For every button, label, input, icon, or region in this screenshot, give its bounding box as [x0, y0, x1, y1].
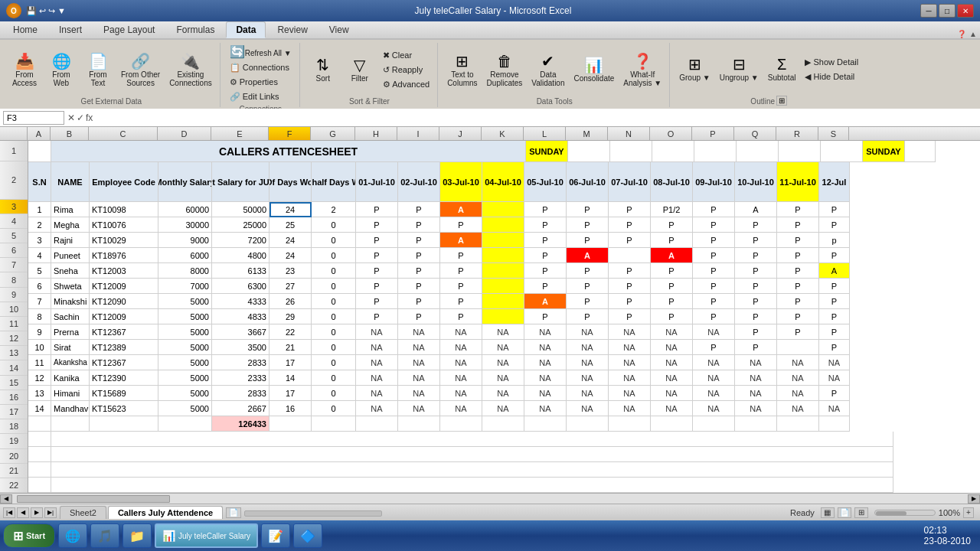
cell-days-13[interactable]: 17 [270, 355, 312, 370]
cell-d7-7[interactable]: P [609, 263, 651, 279]
cell-monthly-6[interactable]: 6000 [158, 248, 212, 263]
cell-d11-10[interactable]: P [777, 309, 819, 324]
clear-button[interactable]: ✖ Clear [380, 49, 433, 62]
cell-sn-4[interactable]: 2 [28, 217, 51, 233]
cell-days-6[interactable]: 24 [270, 248, 312, 263]
col-header-R[interactable]: R [776, 127, 818, 140]
cell-d7-14[interactable]: NA [609, 370, 651, 386]
cell-d6-10[interactable]: P [567, 309, 609, 324]
cell-name-8[interactable]: Shweta [51, 279, 90, 294]
from-web-button[interactable]: 🌐 FromWeb [44, 52, 78, 89]
zoom-slider[interactable] [874, 510, 936, 516]
cell-d2-7[interactable]: P [398, 263, 440, 279]
customize-icon[interactable]: ▼ [57, 6, 66, 16]
tab-formulas[interactable]: Formulas [166, 21, 224, 38]
sort-button[interactable]: ⇅ Sort [306, 56, 340, 84]
taskbar-btn-music[interactable]: 🎵 [90, 523, 119, 548]
cell-d10-4[interactable]: P [735, 217, 777, 233]
cell-d8-10[interactable]: P [651, 309, 693, 324]
row-header-21[interactable]: 21 [0, 464, 28, 478]
cell-d11-15[interactable]: NA [777, 386, 819, 401]
cell-d1-12[interactable]: NA [356, 340, 398, 355]
ungroup-button[interactable]: ⊟ Ungroup ▼ [717, 55, 762, 83]
cell-days-4[interactable]: 25 [270, 217, 312, 233]
minimize-button[interactable]: ─ [920, 4, 937, 18]
cell-d1-16[interactable]: NA [356, 401, 398, 416]
header-net-salary[interactable]: Net Salary for JULY [212, 162, 270, 202]
cell-total-l[interactable] [524, 416, 567, 432]
cell-d9-16[interactable]: NA [693, 401, 735, 416]
cell-d1-11[interactable]: NA [356, 324, 398, 340]
cell-name-3[interactable]: Rima [51, 202, 90, 217]
start-button[interactable]: ⊞ Start [3, 523, 55, 548]
cell-total-f[interactable] [270, 416, 312, 432]
cell-monthly-7[interactable]: 8000 [158, 263, 212, 279]
cell-N1[interactable] [694, 141, 737, 162]
cell-code-16[interactable]: KT15623 [90, 401, 158, 416]
undo-icon[interactable]: ↩ [39, 6, 46, 16]
col-header-K[interactable]: K [482, 127, 524, 140]
cell-net-8[interactable]: 6300 [212, 279, 270, 294]
cell-d7-13[interactable]: NA [609, 355, 651, 370]
cell-d9-13[interactable]: NA [693, 355, 735, 370]
cell-sn-6[interactable]: 4 [28, 248, 51, 263]
cell-days-8[interactable]: 27 [270, 279, 312, 294]
sheet-tab-sheet2[interactable]: Sheet2 [60, 506, 106, 519]
cell-d1-8[interactable]: P [356, 279, 398, 294]
cell-P1[interactable] [779, 141, 821, 162]
cell-d12-14[interactable]: NA [819, 370, 850, 386]
cell-d8-5[interactable]: P [651, 233, 693, 248]
cell-monthly-9[interactable]: 5000 [158, 294, 212, 309]
cell-d6-15[interactable]: NA [567, 386, 609, 401]
cell-total-o[interactable] [651, 416, 693, 432]
cell-20-a[interactable] [28, 462, 51, 478]
advanced-button[interactable]: ⚙ Advanced [380, 78, 433, 91]
scroll-left-btn[interactable]: ◀ [0, 494, 12, 504]
cell-d4-6[interactable] [482, 248, 524, 263]
cell-sn-3[interactable]: 1 [28, 202, 51, 217]
cell-days-16[interactable]: 16 [270, 401, 312, 416]
cell-d11-16[interactable]: NA [777, 401, 819, 416]
cell-d3-3[interactable]: A [440, 202, 482, 217]
cell-d8-8[interactable]: P [651, 279, 693, 294]
cell-sn-16[interactable]: 14 [28, 401, 51, 416]
col-header-C[interactable]: C [89, 127, 158, 140]
cell-d12-5[interactable]: p [819, 233, 850, 248]
cell-total-m[interactable] [567, 416, 609, 432]
cell-d8-13[interactable]: NA [651, 355, 693, 370]
cell-S1[interactable] [905, 141, 936, 162]
header-sn[interactable]: S.N [28, 162, 51, 202]
cell-sn-5[interactable]: 3 [28, 233, 51, 248]
cell-half-16[interactable]: 0 [312, 401, 356, 416]
cell-d3-5[interactable]: A [440, 233, 482, 248]
scroll-thumb-h[interactable] [17, 495, 170, 503]
cell-d8-4[interactable]: P [651, 217, 693, 233]
header-d8[interactable]: 08-Jul-10 [651, 162, 693, 202]
cell-d9-6[interactable]: P [693, 248, 735, 263]
col-header-E[interactable]: E [211, 127, 269, 140]
cell-d11-12[interactable] [777, 340, 819, 355]
row-header-1[interactable]: 1 [0, 141, 28, 161]
cell-d9-5[interactable]: P [693, 233, 735, 248]
cell-code-9[interactable]: KT12090 [90, 294, 158, 309]
col-header-G[interactable]: G [311, 127, 355, 140]
header-half-days[interactable]: No. Of half Days Worked [312, 162, 356, 202]
cell-d10-7[interactable]: P [735, 263, 777, 279]
cell-d2-10[interactable]: P [398, 309, 440, 324]
cell-d5-5[interactable]: P [524, 233, 567, 248]
cell-d5-3[interactable]: P [524, 202, 567, 217]
header-d9[interactable]: 09-Jul-10 [693, 162, 735, 202]
cell-sn-9[interactable]: 7 [28, 294, 51, 309]
row-header-16[interactable]: 16 [0, 390, 28, 405]
cell-title[interactable]: CALLERS ATTENCESHEET [51, 141, 526, 162]
cell-code-12[interactable]: KT12389 [90, 340, 158, 355]
cell-d7-4[interactable]: P [609, 217, 651, 233]
header-d6[interactable]: 06-Jul-10 [567, 162, 609, 202]
cell-days-10[interactable]: 29 [270, 309, 312, 324]
redo-icon[interactable]: ↪ [48, 6, 55, 16]
cell-d2-11[interactable]: NA [398, 324, 440, 340]
cell-d11-8[interactable]: P [777, 279, 819, 294]
cell-M1[interactable] [652, 141, 694, 162]
tab-home[interactable]: Home [3, 21, 47, 38]
tab-view[interactable]: View [319, 21, 359, 38]
